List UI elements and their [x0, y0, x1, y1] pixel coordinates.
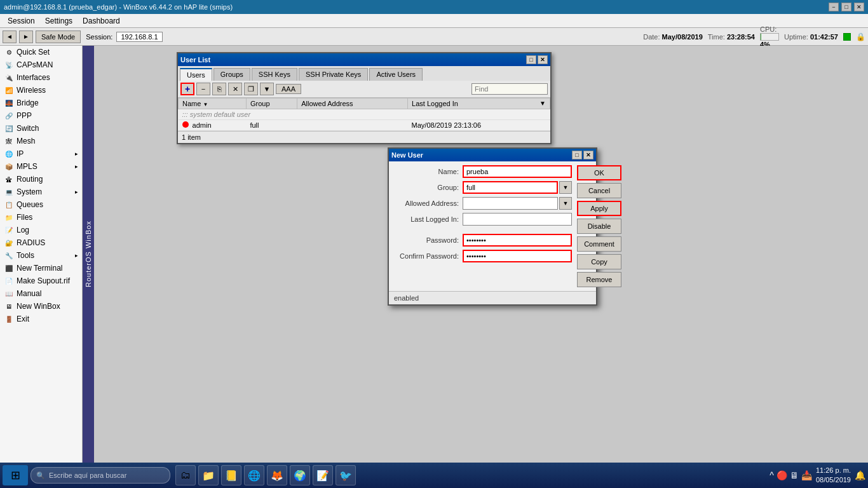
taskbar-clock[interactable]: 11:26 p. m. 08/05/2019 — [816, 466, 851, 485]
sidebar-item-files[interactable]: 📁 Files — [0, 211, 82, 224]
col-name[interactable]: Name — [179, 98, 247, 109]
back-button[interactable]: ◄ — [3, 30, 17, 43]
allowed-dropdown-button[interactable]: ▼ — [559, 197, 572, 210]
allowed-address-row: Allowed Address: ▼ — [393, 197, 572, 210]
taskbar-app-task-view[interactable]: 🗂 — [175, 465, 196, 485]
table-row[interactable]: ::: system default user — [179, 109, 550, 120]
new-user-close[interactable]: ✕ — [583, 151, 593, 159]
sidebar-item-switch[interactable]: 🔄 Switch — [0, 122, 82, 135]
tab-groups[interactable]: Groups — [214, 68, 250, 81]
copy-user-button[interactable]: ⎘ — [212, 83, 226, 95]
sidebar-item-mesh[interactable]: 🕸 Mesh — [0, 135, 82, 147]
aaa-button[interactable]: AAA — [276, 84, 301, 94]
sidebar-item-interfaces[interactable]: 🔌 Interfaces — [0, 71, 82, 84]
dialog-buttons: OK Cancel Apply Disable Comment — [577, 165, 621, 287]
user-list-minimize[interactable]: □ — [526, 55, 536, 64]
password-label: Password: — [393, 236, 463, 244]
title-controls: − □ ✕ — [829, 3, 864, 11]
user-list-close[interactable]: ✕ — [538, 55, 548, 64]
lock-icon: 🔒 — [856, 32, 865, 41]
sidebar-item-tools[interactable]: 🔧 Tools — [0, 249, 82, 262]
sidebar-item-new-terminal[interactable]: ⬛ New Terminal — [0, 262, 82, 274]
comment-button[interactable]: Comment — [577, 236, 621, 252]
disable-button[interactable]: Disable — [577, 219, 621, 234]
system-user-label: ::: system default user — [179, 109, 550, 120]
sidebar-item-wireless[interactable]: 📶 Wireless — [0, 84, 82, 97]
taskbar-app-twitter[interactable]: 🐦 — [336, 465, 356, 485]
col-last-logged[interactable]: Last Logged In ▼ — [408, 98, 550, 109]
search-bar[interactable]: 🔍 Escribe aquí para buscar — [31, 467, 170, 484]
filter-button[interactable]: ▼ — [260, 83, 274, 95]
close-button[interactable]: ✕ — [854, 3, 864, 11]
sidebar-item-bridge[interactable]: 🌉 Bridge — [0, 97, 82, 109]
menu-session[interactable]: Session — [3, 15, 40, 27]
col-allowed[interactable]: Allowed Address — [297, 98, 408, 109]
menu-dashboard[interactable]: Dashboard — [78, 15, 125, 27]
tab-users[interactable]: Users — [180, 68, 212, 81]
sidebar-item-system[interactable]: 💻 System — [0, 186, 82, 198]
menu-settings[interactable]: Settings — [40, 15, 78, 27]
taskbar-app-word[interactable]: 📝 — [313, 465, 333, 485]
sidebar-item-mpls[interactable]: 📦 MPLS — [0, 160, 82, 173]
sidebar-item-routing[interactable]: 🛣 Routing — [0, 173, 82, 186]
sidebar-item-ppp[interactable]: 🔗 PPP — [0, 109, 82, 122]
confirm-password-field[interactable] — [463, 250, 572, 262]
clone-user-button[interactable]: ❐ — [244, 83, 258, 95]
new-user-controls: □ ✕ — [572, 151, 593, 159]
user-list-window: User List □ ✕ Users Groups SSH Keys S — [177, 52, 552, 144]
sidebar-item-new-winbox[interactable]: 🖥 New WinBox — [0, 300, 82, 313]
last-logged-row: Last Logged In: — [393, 213, 572, 226]
safe-mode-button[interactable]: Safe Mode — [36, 30, 81, 43]
sidebar-item-queues[interactable]: 📋 Queues — [0, 198, 82, 211]
toolbar: ◄ ► Safe Mode Session: 192.168.8.1 Date:… — [0, 28, 868, 46]
copy-button[interactable]: Copy — [577, 254, 621, 269]
taskbar-app-explorer[interactable]: 📁 — [198, 465, 219, 485]
user-last-logged-cell: May/08/2019 23:13:06 — [408, 120, 550, 131]
status-bar: Date: May/08/2019 Time: 23:28:54 CPU: 4%… — [643, 25, 865, 48]
sidebar-item-radius[interactable]: 🔐 RADIUS — [0, 236, 82, 249]
sidebar-item-log[interactable]: 📝 Log — [0, 224, 82, 236]
taskbar-app-sublime[interactable]: 📒 — [221, 465, 241, 485]
sidebar-item-quick-set[interactable]: ⚙ Quick Set — [0, 46, 82, 58]
name-field[interactable] — [463, 165, 572, 178]
tab-ssh-keys[interactable]: SSH Keys — [252, 68, 297, 81]
group-field[interactable] — [463, 181, 558, 194]
remove-user-button[interactable]: − — [196, 83, 210, 95]
table-row[interactable]: admin full May/08/2019 23:13:06 — [179, 120, 550, 131]
new-user-minimize[interactable]: □ — [572, 151, 582, 159]
maximize-button[interactable]: □ — [841, 3, 851, 11]
apply-button[interactable]: Apply — [577, 201, 621, 216]
group-dropdown-button[interactable]: ▼ — [559, 181, 572, 194]
taskbar: ⊞ 🔍 Escribe aquí para buscar 🗂 📁 📒 🌐 🦊 🌍… — [0, 463, 868, 488]
user-list-toolbar: + − ⎘ ✕ ❐ ▼ AAA — [178, 81, 550, 98]
ok-button[interactable]: OK — [577, 165, 621, 180]
tray-expand[interactable]: ^ — [770, 470, 774, 480]
find-input[interactable] — [471, 83, 548, 95]
taskbar-app-edge[interactable]: 🌐 — [244, 465, 264, 485]
taskbar-app-firefox[interactable]: 🦊 — [267, 465, 287, 485]
forward-button[interactable]: ► — [19, 30, 33, 43]
cancel-button[interactable]: Cancel — [577, 183, 621, 198]
sidebar-item-exit[interactable]: 🚪 Exit — [0, 313, 82, 325]
add-user-button[interactable]: + — [180, 83, 194, 95]
tray-notifications[interactable]: 🔔 — [855, 470, 865, 480]
sidebar-item-manual[interactable]: 📖 Manual — [0, 287, 82, 300]
tray-antivirus[interactable]: 🔴 — [776, 470, 787, 480]
taskbar-app-chrome[interactable]: 🌍 — [290, 465, 310, 485]
minimize-button[interactable]: − — [829, 3, 839, 11]
tray-dropbox[interactable]: 📥 — [801, 470, 812, 480]
tray-network[interactable]: 🖥 — [790, 470, 799, 480]
remove-button[interactable]: Remove — [577, 272, 621, 287]
sidebar-item-capsman[interactable]: 📡 CAPsMAN — [0, 58, 82, 71]
col-group[interactable]: Group — [246, 98, 297, 109]
form-fields: Name: Group: ▼ Allowed Address: — [393, 165, 572, 287]
switch-icon: 🔄 — [4, 124, 14, 133]
allowed-field[interactable] — [463, 197, 558, 210]
tab-ssh-private-keys[interactable]: SSH Private Keys — [299, 68, 368, 81]
start-button[interactable]: ⊞ — [3, 465, 28, 485]
sidebar-item-make-supout[interactable]: 📄 Make Supout.rif — [0, 274, 82, 287]
tab-active-users[interactable]: Active Users — [369, 68, 423, 81]
delete-user-button[interactable]: ✕ — [228, 83, 242, 95]
sidebar-item-ip[interactable]: 🌐 IP — [0, 147, 82, 160]
password-field[interactable] — [463, 234, 572, 247]
